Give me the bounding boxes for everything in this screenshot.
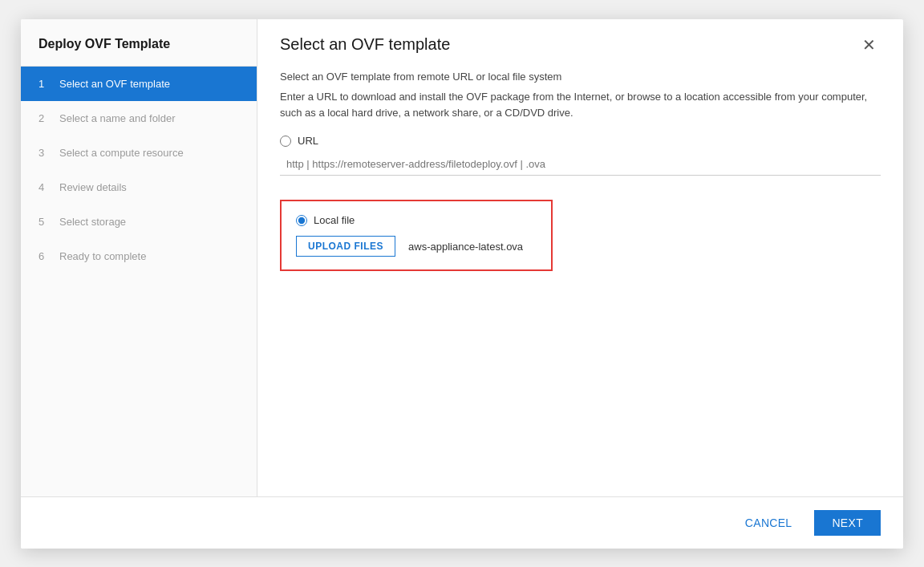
url-radio-label[interactable]: URL — [298, 135, 318, 147]
local-file-radio-label[interactable]: Local file — [314, 214, 355, 226]
main-header: Select an OVF template ✕ — [257, 19, 903, 55]
sidebar-item-4[interactable]: 4 Review details — [21, 170, 257, 205]
sidebar: Deploy OVF Template 1 Select an OVF temp… — [21, 19, 257, 496]
url-radio-group: URL — [280, 135, 881, 188]
step-num-4: 4 — [38, 181, 51, 193]
next-button[interactable]: NEXT — [814, 510, 881, 536]
step-num-6: 6 — [38, 250, 51, 262]
step-num-3: 3 — [38, 147, 51, 159]
local-file-radio-row: Local file — [296, 214, 537, 226]
sidebar-item-label-4: Review details — [59, 181, 127, 193]
close-button[interactable]: ✕ — [857, 35, 881, 55]
sidebar-item-6[interactable]: 6 Ready to complete — [21, 239, 257, 273]
local-file-box: Local file UPLOAD FILES aws-appliance-la… — [280, 200, 553, 271]
dialog-footer: CANCEL NEXT — [21, 496, 903, 549]
sidebar-item-label-5: Select storage — [59, 216, 126, 228]
main-body: Select an OVF template from remote URL o… — [257, 55, 903, 496]
main-content: Select an OVF template ✕ Select an OVF t… — [257, 19, 903, 496]
upload-files-button[interactable]: UPLOAD FILES — [296, 236, 395, 257]
url-radio-row: URL — [280, 135, 881, 147]
description: Select an OVF template from remote URL o… — [280, 69, 881, 121]
deploy-ovf-dialog: Deploy OVF Template 1 Select an OVF temp… — [21, 19, 903, 549]
step-num-5: 5 — [38, 216, 51, 228]
main-title: Select an OVF template — [280, 35, 450, 54]
local-file-radio-input[interactable] — [296, 215, 307, 226]
sidebar-title: Deploy OVF Template — [21, 19, 257, 67]
sidebar-item-1[interactable]: 1 Select an OVF template — [21, 67, 257, 101]
cancel-button[interactable]: CANCEL — [732, 510, 805, 536]
sidebar-item-label-6: Ready to complete — [59, 250, 146, 262]
local-file-inner: UPLOAD FILES aws-appliance-latest.ova — [296, 236, 537, 257]
sidebar-item-label-3: Select a compute resource — [59, 147, 184, 159]
step-num-2: 2 — [38, 112, 51, 124]
sidebar-item-2[interactable]: 2 Select a name and folder — [21, 101, 257, 136]
step-num-1: 1 — [38, 78, 51, 90]
sidebar-item-3[interactable]: 3 Select a compute resource — [21, 136, 257, 170]
sidebar-item-label-2: Select a name and folder — [59, 112, 176, 124]
url-input[interactable] — [280, 153, 881, 176]
url-radio-input[interactable] — [280, 136, 291, 147]
sidebar-item-label-1: Select an OVF template — [59, 78, 170, 90]
file-name-display: aws-appliance-latest.ova — [408, 241, 523, 253]
sidebar-item-5[interactable]: 5 Select storage — [21, 205, 257, 239]
description-line1: Select an OVF template from remote URL o… — [280, 69, 881, 85]
description-line2: Enter a URL to download and install the … — [280, 89, 881, 120]
